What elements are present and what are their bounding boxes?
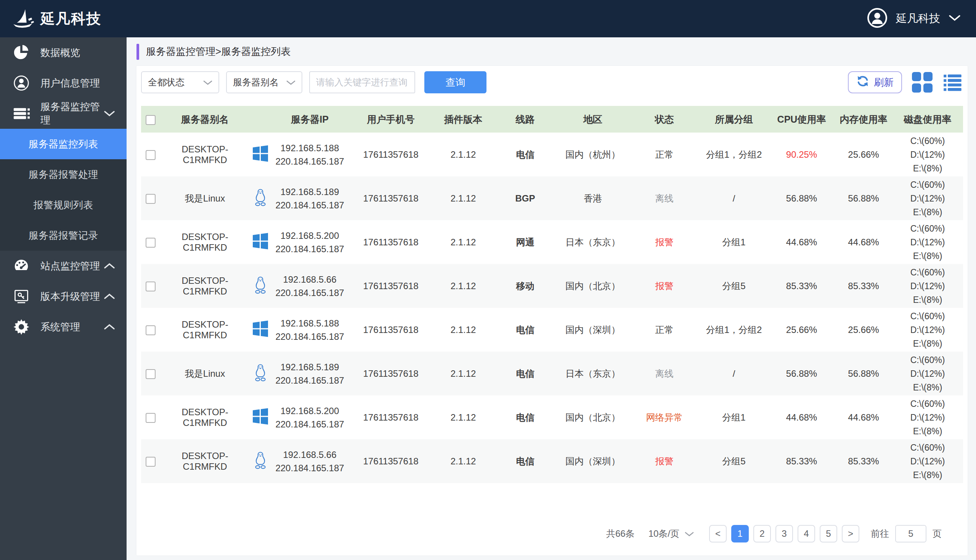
sidebar-item-server-alarm-handle[interactable]: 服务器报警处理: [0, 159, 127, 190]
page-button-3[interactable]: 3: [775, 525, 793, 542]
row-checkbox[interactable]: [145, 457, 155, 467]
breadcrumb-row: 服务器监控管理>服务器监控列表: [137, 37, 968, 66]
status-select[interactable]: 全都状态: [141, 71, 219, 93]
table-row: DESKTOP-C1RMFKD: [141, 264, 963, 308]
linux-icon: [253, 276, 267, 294]
brand: 延凡科技: [12, 7, 102, 30]
page-button-5[interactable]: 5: [820, 525, 837, 542]
linux-icon: [253, 451, 267, 469]
row-checkbox[interactable]: [145, 238, 155, 248]
table-row: 我是Linux: [141, 352, 963, 395]
list-view-icon[interactable]: [943, 72, 963, 93]
line-type: 网通: [494, 220, 557, 264]
goto-label: 前往: [871, 528, 889, 540]
windows-icon: [251, 232, 269, 250]
sailboat-logo-icon: [12, 7, 37, 30]
sidebar-item-server-monitor-list[interactable]: 服务器监控列表: [0, 129, 127, 159]
page-button-4[interactable]: 4: [797, 525, 815, 542]
refresh-button[interactable]: 刷新: [848, 71, 902, 93]
row-checkbox[interactable]: [145, 194, 155, 204]
user-icon: [12, 75, 30, 92]
server-alias: DESKTOP-C1RMFKD: [160, 439, 250, 483]
status-badge: 离线: [629, 177, 700, 220]
plugin-version: 2.1.12: [433, 133, 494, 177]
disk-usage: C:\(60%)D:\(12%)E:\(8%): [892, 352, 963, 395]
user-menu[interactable]: 延凡科技: [867, 8, 961, 30]
status-badge: 报警: [629, 439, 700, 483]
table-row: DESKTOP-C1RMFKD: [141, 133, 963, 177]
linux-icon: [253, 188, 267, 207]
table-body: DESKTOP-C1RMFKD: [141, 133, 963, 483]
field-select[interactable]: 服务器别名: [226, 71, 302, 93]
linux-icon: [253, 363, 267, 382]
pie-chart-icon: [12, 44, 30, 61]
chevron-down-icon: [286, 77, 296, 88]
page-size-select[interactable]: 10条/页: [648, 528, 694, 540]
cpu-usage: 56.88%: [768, 352, 835, 395]
table-row: DESKTOP-C1RMFKD: [141, 308, 963, 352]
sidebar-item-server-alarm-record[interactable]: 服务器报警记录: [0, 220, 127, 251]
disk-usage: C:\(60%)D:\(12%)E:\(8%): [892, 177, 963, 220]
memory-usage: 25.66%: [835, 133, 892, 177]
row-checkbox[interactable]: [145, 369, 155, 379]
region: 日本（东京）: [557, 352, 629, 395]
select-all-checkbox[interactable]: [145, 115, 155, 125]
col-phone: 用户手机号: [349, 106, 433, 133]
breadcrumb: 服务器监控管理>服务器监控列表: [146, 45, 291, 58]
server-alias: DESKTOP-C1RMFKD: [160, 308, 250, 352]
server-group: /: [700, 352, 768, 395]
query-button[interactable]: 查询: [424, 71, 486, 93]
server-alias: DESKTOP-C1RMFKD: [160, 264, 250, 308]
sidebar-item-data-overview[interactable]: 数据概览: [0, 37, 127, 68]
disk-usage: C:\(60%)D:\(12%)E:\(8%): [892, 133, 963, 177]
page-button-2[interactable]: 2: [753, 525, 771, 542]
chevron-up-icon: [104, 321, 115, 333]
chevron-down-icon: [203, 77, 212, 88]
server-ip: 192.168.5.188 220.184.165.187: [271, 308, 349, 352]
prev-page-button[interactable]: <: [709, 525, 727, 542]
table-header: 服务器别名 服务器IP 用户手机号 插件版本 线路 地区 状态 所属分组 CPU…: [141, 106, 963, 133]
table-row: DESKTOP-C1RMFKD: [141, 220, 963, 264]
sidebar-item-label: 版本升级管理: [40, 290, 100, 303]
region: 国内（深圳）: [557, 308, 629, 352]
sidebar-item-alarm-rule-list[interactable]: 报警规则列表: [0, 190, 127, 220]
memory-usage: 56.88%: [835, 177, 892, 220]
sidebar-item-system-manage[interactable]: 系统管理: [0, 312, 127, 342]
sidebar-item-label: 数据概览: [40, 46, 80, 60]
col-region: 地区: [557, 106, 629, 133]
next-page-button[interactable]: >: [842, 525, 859, 542]
plugin-version: 2.1.12: [433, 395, 494, 439]
row-checkbox[interactable]: [145, 413, 155, 423]
status-badge: 正常: [629, 308, 700, 352]
sidebar-item-site-monitor[interactable]: 站点监控管理: [0, 251, 127, 281]
user-phone: 17611357618: [349, 395, 433, 439]
gear-icon: [12, 318, 30, 336]
grid-view-icon[interactable]: [912, 72, 933, 93]
line-type: 电信: [494, 395, 557, 439]
plugin-version: 2.1.12: [433, 177, 494, 220]
server-alias: 我是Linux: [160, 177, 250, 220]
sidebar-item-version-upgrade[interactable]: 版本升级管理: [0, 281, 127, 312]
search-input[interactable]: [309, 71, 415, 93]
memory-usage: 85.33%: [835, 439, 892, 483]
cpu-usage: 85.33%: [768, 439, 835, 483]
pagination: 共66条 10条/页 < 12345 >: [141, 525, 963, 542]
plugin-version: 2.1.12: [433, 439, 494, 483]
disk-usage: C:\(60%)D:\(12%)E:\(8%): [892, 395, 963, 439]
sidebar-item-user-info[interactable]: 用户信息管理: [0, 68, 127, 98]
goto-page-input[interactable]: [895, 525, 926, 542]
status-badge: 正常: [629, 133, 700, 177]
row-checkbox[interactable]: [145, 282, 155, 292]
plugin-version: 2.1.12: [433, 308, 494, 352]
sidebar-item-server-monitor[interactable]: 服务器监控管理: [0, 98, 127, 129]
table-row: DESKTOP-C1RMFKD: [141, 439, 963, 483]
pager: < 12345 >: [709, 525, 859, 542]
chevron-up-icon: [104, 260, 115, 272]
status-badge: 离线: [629, 352, 700, 395]
goto-suffix: 页: [933, 528, 942, 540]
server-alias: DESKTOP-C1RMFKD: [160, 395, 250, 439]
row-checkbox[interactable]: [145, 150, 155, 160]
page-button-1[interactable]: 1: [731, 525, 749, 542]
row-checkbox[interactable]: [145, 325, 155, 335]
region: 国内（北京）: [557, 264, 629, 308]
